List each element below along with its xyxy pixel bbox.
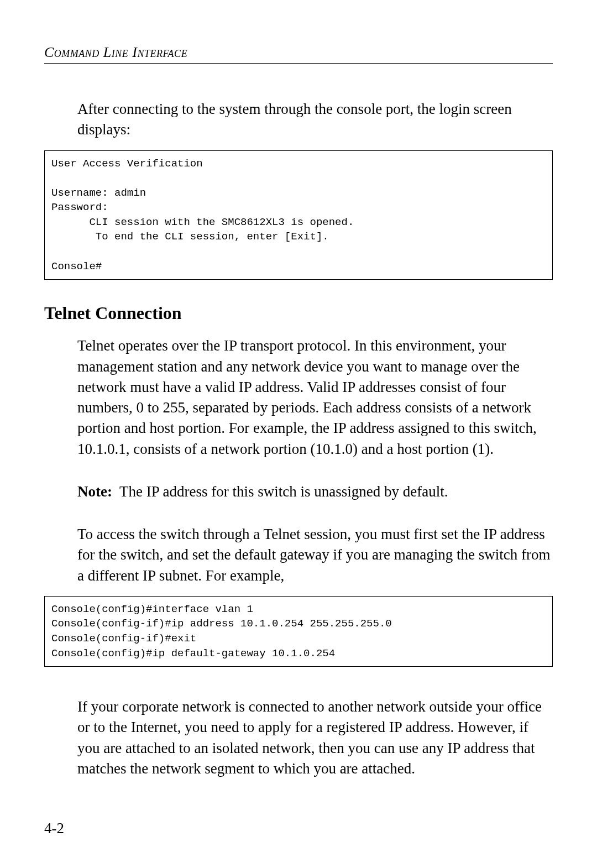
intro-paragraph: After connecting to the system through t… [77,99,553,140]
spacer [77,469,553,482]
running-header: Command Line Interface [44,44,553,64]
telnet-setup-code-block: Console(config)#interface vlan 1 Console… [44,596,553,667]
spacer [77,512,553,524]
telnet-body: Telnet operates over the IP transport pr… [77,336,553,586]
telnet-paragraph-3: If your corporate network is connected t… [77,697,553,779]
page: Command Line Interface After connecting … [0,0,597,868]
note-line: Note: The IP address for this switch is … [77,482,553,502]
telnet-heading: Telnet Connection [44,303,553,323]
note-label: Note: [77,483,112,500]
login-code-block: User Access Verification Username: admin… [44,150,553,280]
telnet-paragraph-2: To access the switch through a Telnet se… [77,524,553,586]
telnet-after-code: If your corporate network is connected t… [77,697,553,779]
page-number: 4-2 [44,820,64,837]
telnet-paragraph-1: Telnet operates over the IP transport pr… [77,336,553,459]
intro-block: After connecting to the system through t… [77,99,553,140]
note-text: The IP address for this switch is unassi… [119,483,448,500]
